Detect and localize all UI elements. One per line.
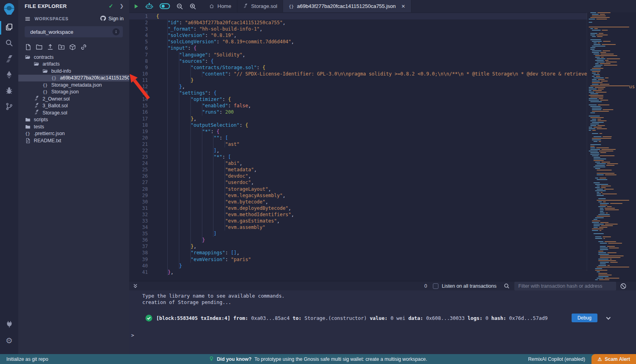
code-editor[interactable]: 1234567891011121314151617181920212223242… — [129, 12, 636, 271]
code-line: "evm.deployedBytecode", — [156, 205, 587, 211]
check-icon[interactable]: ✓ — [109, 3, 113, 9]
code-line: "content": "// SPDX-License-Identifier: … — [156, 71, 587, 77]
activity-item-git[interactable] — [0, 99, 18, 115]
zoom-out-button[interactable] — [176, 3, 183, 10]
tree-item-label: 3_Ballot.sol — [43, 103, 68, 108]
activity-item-search[interactable] — [0, 36, 18, 52]
activity-item-solidity-compiler[interactable] — [0, 52, 18, 68]
hamburger-menu-icon[interactable] — [25, 16, 31, 22]
tree-item[interactable]: {}.prettierrc.json — [18, 130, 129, 137]
tree-item[interactable]: Storage.sol — [18, 109, 129, 116]
line-number: 18 — [129, 122, 148, 128]
code-line: }, — [156, 116, 587, 122]
activity-item-deploy-run[interactable] — [0, 68, 18, 83]
editor-tab[interactable]: Home — [204, 0, 237, 12]
link-icon[interactable] — [80, 44, 87, 50]
listen-all-transactions-checkbox[interactable] — [433, 283, 438, 289]
code-line: } — [156, 263, 587, 269]
line-number-gutter: 1234567891011121314151617181920212223242… — [129, 13, 148, 275]
activity-item-file-explorer[interactable] — [0, 20, 18, 36]
workspace-select[interactable]: default_workspace — [25, 26, 123, 37]
copilot-robot-icon[interactable] — [145, 3, 153, 10]
copilot-status[interactable]: RemixAI Copilot (enabled) — [528, 356, 585, 362]
scam-alert-button[interactable]: ⚠ Scam Alert — [591, 354, 636, 364]
lightbulb-icon — [209, 356, 214, 362]
file-explorer-panel: FILE EXPLORER ✓ ❯ WORKSPACES Sign in def… — [18, 0, 129, 354]
line-number: 12 — [129, 83, 148, 90]
tree-item-label: tests — [34, 124, 44, 130]
workspaces-label: WORKSPACES — [35, 16, 100, 21]
code-line: }, — [156, 269, 587, 275]
debug-button[interactable]: Debug — [572, 314, 597, 322]
file-actions-toolbar — [18, 37, 129, 53]
code-line: "_format": "hh-sol-build-info-1", — [156, 26, 587, 32]
tab-close-icon[interactable]: ✕ — [401, 4, 405, 9]
line-number: 10 — [129, 71, 148, 77]
sign-in-button[interactable]: Sign in — [100, 15, 124, 23]
activity-item-settings[interactable]: ⚙ — [0, 333, 18, 349]
line-number: 28 — [129, 186, 148, 192]
minimap[interactable] — [587, 12, 631, 271]
activity-item-plugin-manager[interactable] — [0, 317, 18, 333]
file-icon — [25, 138, 31, 143]
solidity-compiler-icon — [5, 54, 14, 65]
expand-transaction-icon[interactable] — [605, 315, 611, 321]
copilot-toggle[interactable] — [159, 3, 170, 10]
code-line: } — [156, 237, 587, 243]
ipfs-box-icon[interactable] — [69, 44, 76, 50]
line-number: 1 — [129, 13, 148, 19]
code-line: "ast" — [156, 141, 587, 147]
terminal-prompt[interactable]: > — [131, 332, 636, 338]
activity-bar-bottom: ⚙ — [0, 317, 18, 349]
code-line: "evm.gasEstimates", — [156, 218, 587, 224]
code-line: "enabled": false, — [156, 103, 587, 109]
activity-item-remix-logo[interactable] — [0, 1, 18, 20]
line-number: 26 — [129, 173, 148, 179]
zoom-in-button[interactable] — [189, 3, 196, 10]
tree-item[interactable]: artifacts — [18, 61, 129, 68]
terminal-collapse-icon[interactable] — [133, 283, 138, 288]
line-number: 15 — [129, 103, 148, 109]
tree-item[interactable]: contracts — [18, 54, 129, 61]
line-number: 6 — [129, 45, 148, 51]
editor-tab[interactable]: Storage.sol — [237, 0, 283, 12]
new-folder-button[interactable] — [36, 44, 43, 50]
tree-item-label: .prettierrc.json — [34, 131, 65, 136]
tree-item[interactable]: tests — [18, 123, 129, 130]
line-number: 22 — [129, 147, 148, 154]
json-icon: {} — [25, 131, 31, 136]
tree-item[interactable]: {}Storage.json — [18, 89, 129, 96]
line-number: 37 — [129, 243, 148, 250]
transaction-filter-input[interactable] — [514, 282, 616, 290]
terminal[interactable]: Type the library name to see available c… — [129, 290, 636, 354]
init-git-repo-button[interactable]: Initialize as git repo — [6, 356, 48, 362]
tree-item[interactable]: README.txt — [18, 137, 129, 144]
line-number: 27 — [129, 179, 148, 186]
tree-item[interactable]: {}a69b43f277ba20fcac141151250ca7... — [18, 75, 129, 82]
chevron-right-icon[interactable]: ❯ — [120, 3, 124, 9]
tree-item-label: Storage.sol — [43, 110, 67, 116]
line-number: 3 — [129, 26, 148, 32]
line-number: 19 — [129, 128, 148, 135]
tree-item[interactable]: scripts — [18, 116, 129, 124]
line-number: 36 — [129, 237, 148, 243]
tree-item[interactable]: build-info — [18, 68, 129, 75]
code-line: "*": { — [156, 128, 587, 135]
run-script-button[interactable] — [133, 3, 139, 10]
tree-item[interactable]: 2_Owner.sol — [18, 95, 129, 103]
upload-folder-button[interactable] — [58, 44, 65, 50]
tree-item-label: artifacts — [43, 61, 60, 67]
code-content: {"id": "a69b43f277ba20fcac141151250ca755… — [156, 13, 587, 275]
transaction-log-row[interactable]: [block:5583405 txIndex:4] from: 0xa03...… — [145, 315, 636, 321]
code-line: "settings": { — [156, 90, 587, 96]
line-number: 33 — [129, 218, 148, 224]
upload-file-button[interactable] — [47, 44, 54, 50]
clear-console-icon[interactable] — [620, 283, 626, 289]
new-file-button[interactable] — [25, 44, 31, 50]
tree-item[interactable]: 3_Ballot.sol — [18, 103, 129, 110]
folder-open-icon — [42, 68, 48, 74]
activity-item-debugger[interactable] — [0, 83, 18, 99]
code-line: "language": "Solidity", — [156, 52, 587, 58]
editor-tab[interactable]: {}a69b43f277ba20fcac141151250ca755.json✕ — [283, 0, 411, 12]
tree-item[interactable]: {}Storage_metadata.json — [18, 81, 129, 89]
